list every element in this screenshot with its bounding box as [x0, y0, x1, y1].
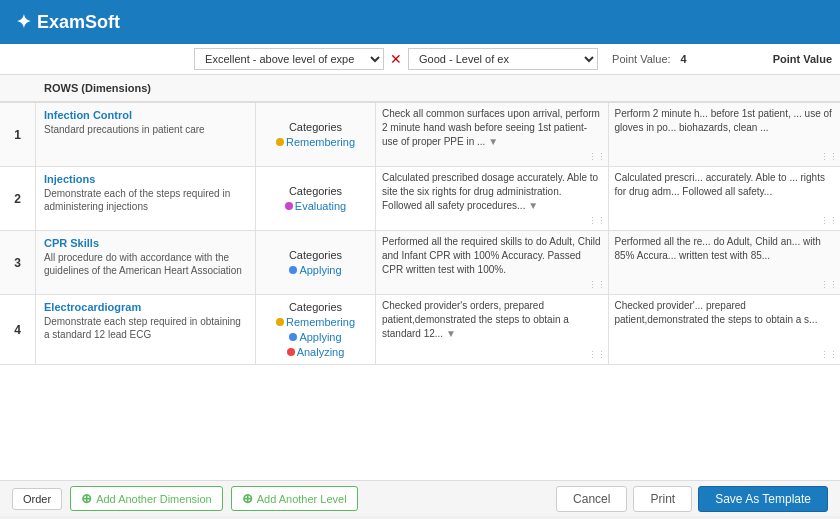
- rubric-table: 1 Infection Control Standard precautions…: [0, 103, 840, 480]
- table-row: 3 CPR Skills All procedure do with accor…: [0, 231, 840, 295]
- category-name: Remembering: [286, 136, 355, 148]
- level2-text: Performed all the re... do Adult, Child …: [615, 236, 821, 261]
- categories-label: Categories: [289, 249, 342, 261]
- dimension-cell: CPR Skills All procedure do with accorda…: [36, 231, 256, 294]
- logo-icon: ✦: [16, 11, 31, 33]
- level1-text: Calculated prescribed dosage accurately.…: [382, 172, 598, 211]
- logo: ✦ ExamSoft: [16, 11, 120, 33]
- level1-text: Performed all the required skills to do …: [382, 236, 600, 275]
- category-tag-1: Remembering: [276, 316, 355, 328]
- category-name: Remembering: [286, 316, 355, 328]
- level1-cell: Performed all the required skills to do …: [376, 231, 609, 294]
- categories-label: Categories: [289, 121, 342, 133]
- cancel-button[interactable]: Cancel: [556, 486, 627, 512]
- add-dimension-label: Add Another Dimension: [96, 493, 212, 505]
- level2-cell: Perform 2 minute h... before 1st patient…: [609, 103, 841, 166]
- row-number: 3: [0, 231, 36, 294]
- category-dot: [289, 333, 297, 341]
- category-tag-3: Analyzing: [287, 346, 345, 358]
- table-row: 4 Electrocardiogram Demonstrate each ste…: [0, 295, 840, 365]
- row-number: 1: [0, 103, 36, 166]
- add-level-button[interactable]: ⊕ Add Another Level: [231, 486, 358, 511]
- resize-handle: ⋮⋮: [588, 349, 606, 362]
- resize-handle: ⋮⋮: [588, 151, 606, 164]
- remove-level-button[interactable]: ✕: [390, 51, 402, 67]
- level2-cell: Calculated prescri... accurately. Able t…: [609, 167, 841, 230]
- resize-handle: ⋮⋮: [820, 151, 838, 164]
- add-icon: ⊕: [81, 491, 92, 506]
- col-dimension-header: ROWS (Dimensions): [36, 82, 256, 94]
- dimension-cell: Injections Demonstrate each of the steps…: [36, 167, 256, 230]
- order-button[interactable]: Order: [12, 488, 62, 510]
- categories-label: Categories: [289, 185, 342, 197]
- category-dot: [276, 318, 284, 326]
- resize-handle: ⋮⋮: [820, 215, 838, 228]
- dimension-title: Infection Control: [44, 109, 247, 121]
- level2-text: Calculated prescri... accurately. Able t…: [615, 172, 825, 197]
- scroll-icon: ▼: [488, 136, 498, 147]
- add-dimension-button[interactable]: ⊕ Add Another Dimension: [70, 486, 223, 511]
- table-row: 2 Injections Demonstrate each of the ste…: [0, 167, 840, 231]
- add-level-label: Add Another Level: [257, 493, 347, 505]
- level1-cell: Check all common surfaces upon arrival, …: [376, 103, 609, 166]
- footer-bar: Order ⊕ Add Another Dimension ⊕ Add Anot…: [0, 480, 840, 516]
- level2-text: Perform 2 minute h... before 1st patient…: [615, 108, 832, 133]
- category-tag: Evaluating: [285, 200, 346, 212]
- point-value-label2: Point Value: [773, 53, 832, 65]
- level1-cell: Checked provider's orders, prepared pati…: [376, 295, 609, 364]
- level2-text: Checked provider'... prepared patient,de…: [615, 300, 818, 325]
- resize-handle: ⋮⋮: [588, 215, 606, 228]
- level2-cell: Performed all the re... do Adult, Child …: [609, 231, 841, 294]
- row-number: 4: [0, 295, 36, 364]
- print-button[interactable]: Print: [633, 486, 692, 512]
- category-tag: Applying: [289, 264, 341, 276]
- dimension-title: Electrocardiogram: [44, 301, 247, 313]
- level-excellent-select[interactable]: Excellent - above level of expe: [194, 48, 384, 70]
- level1-cell: Calculated prescribed dosage accurately.…: [376, 167, 609, 230]
- table-row: 1 Infection Control Standard precautions…: [0, 103, 840, 167]
- category-dot: [276, 138, 284, 146]
- category-name: Analyzing: [297, 346, 345, 358]
- dimension-desc: Demonstrate each step required in obtain…: [44, 315, 247, 341]
- categories-cell: Categories Applying: [256, 231, 376, 294]
- level-good-select[interactable]: Good - Level of ex: [408, 48, 598, 70]
- dimension-title: Injections: [44, 173, 247, 185]
- save-as-template-button[interactable]: Save As Template: [698, 486, 828, 512]
- column-headers: ROWS (Dimensions): [0, 75, 840, 103]
- category-name: Applying: [299, 264, 341, 276]
- action-buttons: Cancel Print Save As Template: [556, 486, 828, 512]
- level1-text: Checked provider's orders, prepared pati…: [382, 300, 569, 339]
- category-name: Evaluating: [295, 200, 346, 212]
- dimension-cell: Infection Control Standard precautions i…: [36, 103, 256, 166]
- row-number: 2: [0, 167, 36, 230]
- scroll-icon: ▼: [446, 328, 456, 339]
- resize-handle: ⋮⋮: [588, 279, 606, 292]
- categories-label: Categories: [289, 301, 342, 313]
- dimension-cell: Electrocardiogram Demonstrate each step …: [36, 295, 256, 364]
- level2-cell: Checked provider'... prepared patient,de…: [609, 295, 841, 364]
- category-dot: [285, 202, 293, 210]
- add-icon: ⊕: [242, 491, 253, 506]
- scroll-icon: ▼: [528, 200, 538, 211]
- category-tag-2: Applying: [289, 331, 341, 343]
- resize-handle: ⋮⋮: [820, 349, 838, 362]
- point-value-number: 4: [681, 53, 687, 65]
- categories-cell: Categories Remembering Applying Analyzin…: [256, 295, 376, 364]
- dimension-desc: Standard precautions in patient care: [44, 123, 247, 136]
- categories-cell: Categories Evaluating: [256, 167, 376, 230]
- category-dot: [289, 266, 297, 274]
- dimension-desc: All procedure do with accordance with th…: [44, 251, 247, 277]
- logo-text: ExamSoft: [37, 12, 120, 33]
- category-dot: [287, 348, 295, 356]
- point-value-label: Point Value:: [612, 53, 671, 65]
- dimension-desc: Demonstrate each of the steps required i…: [44, 187, 247, 213]
- app-header: ✦ ExamSoft: [0, 0, 840, 44]
- toolbar: Excellent - above level of expe ✕ Good -…: [0, 44, 840, 75]
- category-tag: Remembering: [276, 136, 355, 148]
- category-name: Applying: [299, 331, 341, 343]
- dimension-title: CPR Skills: [44, 237, 247, 249]
- resize-handle: ⋮⋮: [820, 279, 838, 292]
- categories-cell: Categories Remembering: [256, 103, 376, 166]
